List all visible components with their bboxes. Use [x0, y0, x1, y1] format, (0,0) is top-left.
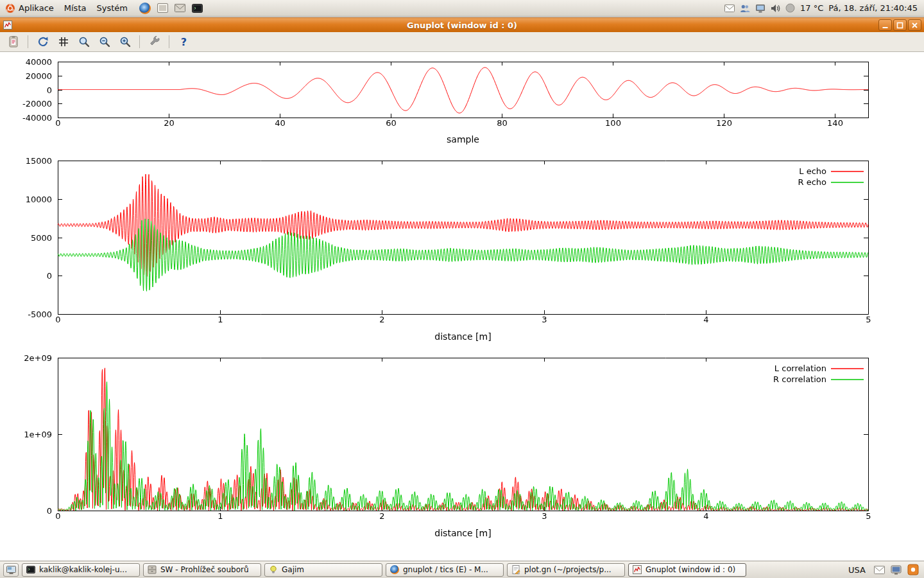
menu-system-label: Systém	[96, 3, 127, 13]
zoom-previous-button[interactable]	[96, 34, 112, 50]
firefox-icon	[139, 3, 151, 14]
gnome-top-panel: Aplikace Místa Systém 17 °C P	[0, 0, 924, 17]
minimize-icon	[881, 21, 889, 30]
taskbar-item-file-manager[interactable]: SW - Prohlížeč souborů	[143, 563, 261, 577]
zoom-button[interactable]	[76, 34, 92, 50]
panel-launchers	[138, 1, 205, 15]
taskbar-item-label: plot.gn (~/projects/p...	[524, 565, 612, 574]
close-button[interactable]	[908, 19, 921, 31]
window-titlebar[interactable]: Gnuplot (window id : 0)	[0, 17, 924, 32]
show-desktop-button[interactable]	[3, 563, 19, 577]
zoom-previous-icon	[98, 35, 111, 48]
mail-icon[interactable]	[874, 566, 885, 574]
keyboard-layout-indicator[interactable]: USA	[846, 565, 868, 575]
taskbar-item-gnuplot[interactable]: Gnuplot (window id : 0)	[628, 563, 746, 577]
maximize-icon	[896, 21, 904, 30]
taskbar-item-label: Gajim	[282, 565, 304, 574]
close-icon	[911, 21, 919, 30]
configure-icon	[148, 35, 161, 48]
notification-icon[interactable]	[907, 564, 919, 575]
toggle-grid-button[interactable]	[55, 34, 71, 50]
help-icon: ?	[181, 36, 187, 48]
mail-notification-icon[interactable]	[724, 4, 735, 12]
display-icon[interactable]	[891, 565, 902, 575]
panel-status-area: 17 °C Pá, 18. září, 21:40:45	[724, 3, 924, 13]
maximize-button[interactable]	[893, 19, 907, 31]
terminal-launcher[interactable]	[190, 1, 205, 15]
grid-icon	[57, 35, 70, 48]
text-editor-icon	[511, 565, 520, 574]
mail-icon	[175, 4, 185, 12]
menu-applications-label: Aplikace	[19, 3, 54, 13]
taskbar-item-firefox[interactable]: gnuplot / tics (E) - M...	[386, 563, 504, 577]
taskbar-item-label: Gnuplot (window id : 0)	[646, 565, 735, 574]
menu-applications[interactable]: Aplikace	[0, 0, 59, 17]
toolbar-separator	[28, 35, 28, 48]
gnuplot-plot-area	[0, 52, 924, 561]
taskbar-item-label: kaklik@kaklik-kolej-u...	[39, 565, 127, 574]
gajim-icon	[269, 565, 278, 574]
zoom-next-icon	[119, 35, 132, 48]
copy-to-clipboard-button[interactable]	[5, 34, 21, 50]
gnuplot-icon	[633, 565, 642, 574]
firefox-icon	[390, 565, 399, 574]
taskbar-item-label: gnuplot / tics (E) - M...	[403, 565, 488, 574]
minimize-button[interactable]	[878, 19, 892, 31]
refresh-icon	[37, 35, 49, 48]
photo-launcher[interactable]	[155, 1, 170, 15]
replot-button[interactable]	[35, 34, 51, 50]
firefox-launcher[interactable]	[138, 1, 153, 15]
volume-icon[interactable]	[771, 4, 780, 13]
configure-button[interactable]	[146, 34, 162, 50]
show-desktop-icon	[6, 566, 16, 574]
window-title: Gnuplot (window id : 0)	[0, 21, 924, 30]
window-controls	[878, 19, 921, 31]
taskbar-item-label: SW - Prohlížeč souborů	[160, 565, 249, 574]
gnuplot-canvas[interactable]	[0, 52, 924, 561]
users-icon[interactable]	[740, 4, 750, 13]
menu-places-label: Místa	[64, 3, 87, 13]
zoom-next-button[interactable]	[117, 34, 133, 50]
terminal-icon	[192, 4, 203, 13]
mail-launcher[interactable]	[173, 1, 187, 15]
toolbar-separator	[169, 35, 169, 48]
display-icon[interactable]	[755, 4, 766, 13]
gnuplot-toolbar: ?	[0, 32, 924, 52]
bottom-taskbar: kaklik@kaklik-kolej-u... SW - Prohlížeč …	[0, 561, 924, 578]
menu-places[interactable]: Místa	[59, 0, 92, 17]
help-button[interactable]: ?	[176, 34, 192, 50]
terminal-icon	[26, 565, 35, 574]
taskbar-item-gajim[interactable]: Gajim	[264, 563, 382, 577]
copy-icon	[7, 35, 20, 48]
zoom-icon	[78, 35, 90, 48]
taskbar-item-text-editor[interactable]: plot.gn (~/projects/p...	[507, 563, 625, 577]
taskbar-item-terminal[interactable]: kaklik@kaklik-kolej-u...	[22, 563, 140, 577]
file-manager-icon	[148, 565, 157, 574]
temperature-label: 17 °C	[800, 3, 823, 13]
menu-system[interactable]: Systém	[91, 0, 132, 17]
weather-icon	[785, 3, 795, 13]
gnuplot-window-icon	[3, 20, 13, 30]
clock-label[interactable]: Pá, 18. září, 21:40:45	[828, 3, 918, 13]
taskbar-status-area: USA	[846, 564, 921, 575]
photo-icon	[157, 3, 168, 13]
ubuntu-logo-icon	[5, 3, 15, 13]
toolbar-separator	[139, 35, 140, 48]
